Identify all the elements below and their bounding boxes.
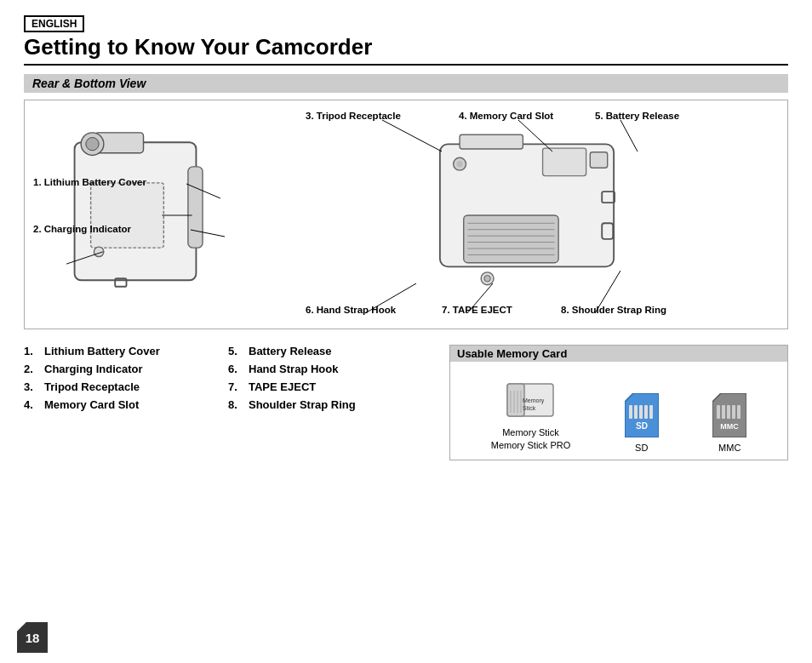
- diagram-label-5: 5. Battery Release: [595, 111, 679, 121]
- svg-rect-4: [91, 183, 164, 248]
- diagram-label-6: 6. Hand Strap Hook: [306, 305, 396, 315]
- page: ENGLISH Getting to Know Your Camcorder R…: [0, 0, 812, 663]
- svg-text:Stick: Stick: [523, 405, 536, 411]
- diagram-label-7: 7. TAPE EJECT: [442, 305, 512, 315]
- parts-col-1: 1. Lithium Battery Cover 2. Charging Ind…: [24, 345, 228, 460]
- camcorder-right-svg: [416, 117, 638, 313]
- diagram-label-8: 8. Shoulder Strap Ring: [561, 305, 666, 315]
- memory-card-title: Usable Memory Card: [450, 346, 787, 362]
- parts-list: 1. Lithium Battery Cover 2. Charging Ind…: [24, 345, 432, 460]
- svg-rect-11: [460, 134, 523, 149]
- svg-rect-44: [629, 405, 632, 419]
- svg-rect-6: [188, 167, 203, 248]
- list-item: 7. TAPE EJECT: [228, 380, 424, 393]
- diagram-label-3: 3. Tripod Receptacle: [306, 111, 401, 121]
- mmc-label: MMC: [712, 443, 746, 453]
- svg-rect-46: [639, 405, 643, 419]
- mmc-card-image: MMC: [712, 393, 746, 439]
- svg-rect-12: [543, 148, 586, 176]
- diagram-label-1: 1. Lithium Battery Cover: [33, 177, 146, 187]
- parts-list-col1: 1. Lithium Battery Cover 2. Charging Ind…: [24, 345, 220, 411]
- diagram-label-2: 2. Charging Indicator: [33, 224, 131, 234]
- svg-point-15: [484, 276, 490, 282]
- camcorder-left-svg: [50, 126, 220, 305]
- svg-rect-13: [590, 152, 607, 169]
- svg-text:SD: SD: [636, 421, 648, 431]
- svg-rect-47: [644, 405, 648, 419]
- parts-col-2: 5. Battery Release 6. Hand Strap Hook 7.…: [228, 345, 432, 460]
- memory-card-box: Usable Memory Card Memory Stick: [449, 345, 788, 460]
- diagram-box: 3. Tripod Receptacle 4. Memory Card Slot…: [24, 100, 788, 329]
- svg-point-3: [86, 138, 99, 151]
- list-item: 6. Hand Strap Hook: [228, 363, 424, 375]
- diagram-label-4: 4. Memory Card Slot: [459, 111, 553, 121]
- list-item: 3. Tripod Receptacle: [24, 380, 220, 393]
- svg-rect-53: [727, 405, 730, 419]
- svg-rect-54: [732, 405, 735, 419]
- svg-rect-48: [649, 405, 653, 419]
- memory-cards: Memory Stick Memory StickMemory Stick PR…: [460, 370, 777, 453]
- svg-rect-36: [507, 384, 524, 416]
- list-item: 4. Memory Card Slot: [24, 398, 220, 411]
- list-item: 8. Shoulder Strap Ring: [228, 398, 424, 411]
- memory-stick-label: Memory StickMemory Stick PRO: [491, 426, 571, 453]
- svg-text:MMC: MMC: [720, 422, 739, 431]
- sd-card-image: SD: [625, 393, 659, 439]
- mmc-card: MMC MMC: [712, 393, 746, 453]
- svg-rect-51: [717, 405, 720, 419]
- parts-list-col2: 5. Battery Release 6. Hand Strap Hook 7.…: [228, 345, 424, 411]
- english-badge: ENGLISH: [24, 15, 84, 32]
- page-title: Getting to Know Your Camcorder: [24, 34, 788, 66]
- list-item: 1. Lithium Battery Cover: [24, 345, 220, 357]
- sd-card: SD SD: [625, 393, 659, 453]
- section-header: Rear & Bottom View: [24, 74, 788, 93]
- list-item: 5. Battery Release: [228, 345, 424, 357]
- sd-label: SD: [625, 443, 659, 453]
- svg-rect-55: [737, 405, 741, 419]
- memory-stick-card: Memory Stick Memory StickMemory Stick PR…: [491, 377, 571, 453]
- page-number: 18: [17, 622, 48, 653]
- bottom-section: 1. Lithium Battery Cover 2. Charging Ind…: [24, 345, 788, 460]
- svg-rect-16: [464, 215, 558, 263]
- svg-text:Memory: Memory: [523, 397, 545, 404]
- svg-rect-52: [722, 405, 725, 419]
- svg-rect-45: [634, 405, 638, 419]
- list-item: 2. Charging Indicator: [24, 363, 220, 375]
- memory-stick-image: Memory Stick: [491, 377, 571, 423]
- svg-point-26: [456, 161, 462, 167]
